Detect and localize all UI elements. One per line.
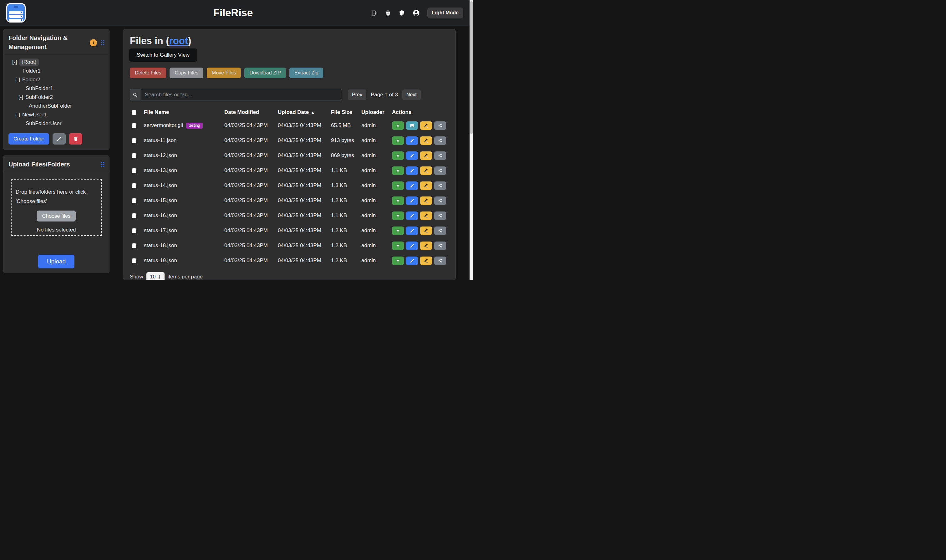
next-page-button[interactable]: Next: [402, 89, 421, 100]
tree-label[interactable]: SubFolderUser: [26, 120, 61, 126]
items-per-page-select[interactable]: 10 ▲▼: [146, 272, 165, 280]
tree-label[interactable]: AnotherSubFolder: [29, 103, 72, 109]
file-name[interactable]: status-12.json: [144, 152, 177, 158]
tree-item[interactable]: SubFolder1: [3, 84, 109, 93]
page-scrollbar[interactable]: [469, 0, 473, 280]
header-date-modified[interactable]: Date Modified: [224, 109, 278, 115]
tree-item[interactable]: [-](Root): [3, 58, 109, 67]
scrollbar-thumb[interactable]: [470, 1, 473, 134]
share-button[interactable]: [434, 257, 446, 265]
select-all-checkbox[interactable]: [132, 110, 136, 115]
rename-file-button[interactable]: [420, 226, 432, 235]
rename-file-button[interactable]: [420, 211, 432, 220]
toolbar-action-button[interactable]: Move Files: [207, 68, 241, 78]
edit-file-button[interactable]: [406, 226, 418, 235]
edit-file-button[interactable]: [406, 242, 418, 250]
rename-file-button[interactable]: [420, 122, 432, 130]
header-upload-date[interactable]: Upload Date▲: [278, 109, 331, 115]
rename-file-button[interactable]: [420, 182, 432, 190]
admin-shield-icon[interactable]: [398, 10, 405, 16]
download-button[interactable]: [392, 151, 404, 160]
row-checkbox[interactable]: [132, 123, 136, 128]
tree-item[interactable]: SubFolderUser: [3, 119, 109, 128]
file-name[interactable]: status-16.json: [144, 212, 177, 219]
file-dropzone[interactable]: Drop files/folders here or click 'Choose…: [11, 179, 102, 236]
share-button[interactable]: [434, 136, 446, 145]
switch-gallery-view-button[interactable]: Switch to Gallery View: [129, 49, 197, 62]
tree-label[interactable]: Folder1: [23, 68, 41, 74]
header-file-name[interactable]: File Name: [144, 109, 224, 115]
preview-image-button[interactable]: [406, 122, 418, 130]
row-checkbox[interactable]: [132, 258, 136, 263]
rename-file-button[interactable]: [420, 151, 432, 160]
edit-file-button[interactable]: [406, 257, 418, 265]
light-mode-button[interactable]: Light Mode: [427, 8, 463, 18]
share-button[interactable]: [434, 197, 446, 205]
row-checkbox[interactable]: [132, 243, 136, 248]
tree-item[interactable]: AnotherSubFolder: [3, 102, 109, 111]
rename-file-button[interactable]: [420, 136, 432, 145]
tree-label[interactable]: (Root): [19, 58, 39, 66]
tree-toggle[interactable]: [-]: [15, 77, 20, 83]
download-button[interactable]: [392, 257, 404, 265]
header-file-size[interactable]: File Size: [331, 109, 361, 115]
download-button[interactable]: [392, 182, 404, 190]
prev-page-button[interactable]: Prev: [348, 89, 366, 100]
choose-files-button[interactable]: Choose files: [37, 211, 76, 222]
toolbar-action-button[interactable]: Delete Files: [130, 68, 166, 78]
file-name[interactable]: servermonitor.gif: [144, 122, 183, 129]
tree-item[interactable]: [-]NewUser1: [3, 111, 109, 119]
row-checkbox[interactable]: [132, 183, 136, 188]
file-name[interactable]: status-14.json: [144, 182, 177, 189]
logout-icon[interactable]: [371, 10, 378, 16]
download-button[interactable]: [392, 226, 404, 235]
drag-handle-icon[interactable]: [101, 40, 105, 46]
file-name[interactable]: status-18.json: [144, 243, 177, 249]
user-profile-icon[interactable]: [412, 9, 420, 17]
tree-label[interactable]: NewUser1: [22, 112, 47, 118]
search-icon[interactable]: [130, 89, 140, 100]
share-button[interactable]: [434, 226, 446, 235]
edit-file-button[interactable]: [406, 197, 418, 205]
file-name[interactable]: status-19.json: [144, 257, 177, 264]
share-button[interactable]: [434, 242, 446, 250]
share-button[interactable]: [434, 166, 446, 175]
download-button[interactable]: [392, 211, 404, 220]
rename-folder-button[interactable]: [52, 133, 66, 145]
toolbar-action-button[interactable]: Download ZIP: [244, 68, 286, 78]
file-name[interactable]: status-13.json: [144, 168, 177, 174]
row-checkbox[interactable]: [132, 138, 136, 143]
row-checkbox[interactable]: [132, 153, 136, 158]
upload-button[interactable]: Upload: [38, 255, 74, 268]
share-button[interactable]: [434, 182, 446, 190]
create-folder-button[interactable]: Create Folder: [8, 133, 49, 145]
download-button[interactable]: [392, 122, 404, 130]
rename-file-button[interactable]: [420, 166, 432, 175]
root-folder-link[interactable]: root: [169, 35, 188, 46]
rename-file-button[interactable]: [420, 242, 432, 250]
tree-item[interactable]: [-]Folder2: [3, 75, 109, 84]
download-button[interactable]: [392, 166, 404, 175]
rename-file-button[interactable]: [420, 257, 432, 265]
rename-file-button[interactable]: [420, 197, 432, 205]
tree-item[interactable]: Folder1: [3, 67, 109, 75]
edit-file-button[interactable]: [406, 182, 418, 190]
toolbar-action-button[interactable]: Extract Zip: [289, 68, 323, 78]
toolbar-action-button[interactable]: Copy Files: [169, 68, 203, 78]
row-checkbox[interactable]: [132, 168, 136, 173]
tree-item[interactable]: [-]SubFolder2: [3, 93, 109, 102]
share-button[interactable]: [434, 151, 446, 160]
share-button[interactable]: [434, 122, 446, 130]
file-name[interactable]: status-11.json: [144, 137, 177, 144]
header-uploader[interactable]: Uploader: [361, 109, 392, 115]
edit-file-button[interactable]: [406, 136, 418, 145]
restore-trash-icon[interactable]: [385, 10, 391, 16]
edit-file-button[interactable]: [406, 211, 418, 220]
row-checkbox[interactable]: [132, 198, 136, 203]
share-button[interactable]: [434, 211, 446, 220]
tree-toggle[interactable]: [-]: [12, 59, 17, 65]
delete-folder-button[interactable]: [69, 133, 82, 145]
file-name[interactable]: status-15.json: [144, 197, 177, 204]
file-name[interactable]: status-17.json: [144, 228, 177, 234]
drag-handle-icon[interactable]: [101, 162, 105, 168]
